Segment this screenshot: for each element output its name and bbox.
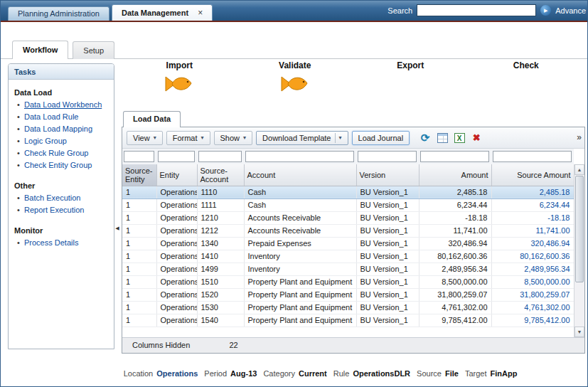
show-menu-button[interactable]: Show ▾ bbox=[214, 131, 253, 145]
cell[interactable]: Cash bbox=[244, 186, 356, 198]
cell[interactable]: -18.18 bbox=[419, 211, 491, 224]
cell[interactable]: -18.18 bbox=[491, 211, 574, 224]
cell[interactable]: 1410 bbox=[197, 250, 244, 263]
scrollbar-thumb[interactable] bbox=[575, 176, 584, 282]
cell[interactable]: BU Version_1 bbox=[356, 224, 419, 237]
cell[interactable]: Cash bbox=[244, 198, 356, 211]
cell[interactable]: 8,500,000.00 bbox=[419, 275, 491, 288]
tab-data-management[interactable]: Data Management × bbox=[112, 4, 213, 21]
cell[interactable]: Inventory bbox=[244, 263, 356, 275]
cell[interactable]: 320,486.94 bbox=[491, 237, 574, 250]
cell[interactable]: 1 bbox=[122, 301, 156, 314]
column-header[interactable]: Source Amount bbox=[491, 164, 574, 186]
cell[interactable]: Operations bbox=[156, 301, 197, 314]
tab-planning-administration[interactable]: Planning Administration bbox=[8, 6, 109, 21]
cell[interactable]: Property Plant and Equipment bbox=[244, 288, 356, 301]
cell[interactable]: 1 bbox=[122, 186, 156, 198]
cell[interactable]: Property Plant and Equipment bbox=[244, 314, 356, 327]
column-header[interactable]: Source-Account bbox=[197, 164, 244, 186]
cell[interactable]: Property Plant and Equipment bbox=[244, 275, 356, 288]
cell[interactable]: BU Version_1 bbox=[356, 237, 419, 250]
cell[interactable]: 1 bbox=[122, 237, 156, 250]
refresh-icon[interactable]: ⟳ bbox=[419, 132, 432, 144]
sidebar-item[interactable]: Data Load Mapping bbox=[24, 124, 109, 134]
cell[interactable]: BU Version_1 bbox=[356, 186, 419, 198]
table-row[interactable]: 1Operations1340Prepaid ExpensesBU Versio… bbox=[122, 237, 574, 250]
cell[interactable]: 1540 bbox=[197, 314, 244, 327]
collapse-pane-handle[interactable]: ◀ bbox=[114, 216, 120, 241]
filter-input[interactable] bbox=[493, 151, 572, 162]
cell[interactable]: Property Plant and Equipment bbox=[244, 301, 356, 314]
close-icon[interactable]: × bbox=[198, 8, 203, 18]
advanced-search-icon[interactable]: ▶ bbox=[540, 5, 551, 16]
cell[interactable]: 1 bbox=[122, 263, 156, 275]
sidebar-item[interactable]: Batch Execution bbox=[24, 194, 109, 203]
cell[interactable]: BU Version_1 bbox=[356, 314, 419, 327]
cell[interactable]: 2,485.18 bbox=[419, 186, 491, 198]
table-row[interactable]: 1Operations1212Accounts ReceivableBU Ver… bbox=[122, 224, 574, 237]
cell[interactable]: 1210 bbox=[197, 211, 244, 224]
table-row[interactable]: 1Operations1111CashBU Version_16,234.446… bbox=[122, 198, 574, 211]
cell[interactable]: 1340 bbox=[197, 237, 244, 250]
cell[interactable]: Accounts Receivable bbox=[244, 224, 356, 237]
cell[interactable]: 8,500,000.00 bbox=[491, 275, 574, 288]
import-excel-icon[interactable] bbox=[436, 132, 449, 144]
cell[interactable]: 80,162,600.36 bbox=[419, 250, 491, 263]
cell[interactable]: 80,162,600.36 bbox=[491, 250, 574, 263]
cell[interactable]: Operations bbox=[156, 250, 197, 263]
sidebar-item[interactable]: Data Load Workbench bbox=[24, 100, 109, 110]
cell[interactable]: Operations bbox=[156, 186, 197, 198]
cell[interactable]: 1530 bbox=[197, 301, 244, 314]
tab-setup[interactable]: Setup bbox=[73, 41, 114, 59]
cell[interactable]: 9,785,412.00 bbox=[491, 314, 574, 327]
cell[interactable]: 2,489,956.34 bbox=[419, 263, 491, 275]
cell[interactable]: 4,761,302.00 bbox=[419, 301, 491, 314]
sidebar-item[interactable]: Data Load Rule bbox=[24, 112, 109, 122]
step-validate[interactable]: Validate bbox=[237, 60, 353, 112]
cell[interactable]: BU Version_1 bbox=[356, 198, 419, 211]
cell[interactable]: 1 bbox=[122, 314, 156, 327]
table-row[interactable]: 1Operations1499InventoryBU Version_12,48… bbox=[122, 263, 574, 275]
column-header[interactable]: Version bbox=[356, 164, 419, 186]
cell[interactable]: BU Version_1 bbox=[356, 250, 419, 263]
filter-input[interactable] bbox=[158, 151, 195, 162]
cell[interactable]: Operations bbox=[156, 275, 197, 288]
cell[interactable]: BU Version_1 bbox=[356, 211, 419, 224]
cell[interactable]: 11,741.00 bbox=[491, 224, 574, 237]
export-excel-icon[interactable]: X bbox=[453, 132, 466, 144]
filter-input[interactable] bbox=[124, 151, 154, 162]
tab-load-data[interactable]: Load Data bbox=[123, 111, 181, 127]
delete-icon[interactable]: ✖ bbox=[470, 132, 483, 144]
toolbar-overflow-icon[interactable]: » bbox=[577, 132, 582, 142]
format-menu-button[interactable]: Format ▾ bbox=[166, 131, 210, 145]
cell[interactable]: 1499 bbox=[197, 263, 244, 275]
cell[interactable]: 1510 bbox=[197, 275, 244, 288]
cell[interactable]: Operations bbox=[156, 263, 197, 275]
cell[interactable]: 2,489,956.34 bbox=[491, 263, 574, 275]
column-header[interactable]: Source-Entity bbox=[122, 164, 156, 186]
filter-input[interactable] bbox=[245, 151, 354, 162]
cell[interactable]: Inventory bbox=[244, 250, 356, 263]
table-row[interactable]: 1Operations1510Property Plant and Equipm… bbox=[122, 275, 574, 288]
table-row[interactable]: 1Operations1520Property Plant and Equipm… bbox=[122, 288, 574, 301]
cell[interactable]: Operations bbox=[156, 224, 197, 237]
cell[interactable]: 1520 bbox=[197, 288, 244, 301]
load-journal-button[interactable]: Load Journal bbox=[352, 131, 410, 145]
step-export[interactable]: Export bbox=[353, 60, 469, 112]
table-row[interactable]: 1Operations1410InventoryBU Version_180,1… bbox=[122, 250, 574, 263]
column-header[interactable]: Account bbox=[244, 164, 356, 186]
cell[interactable]: 1 bbox=[122, 224, 156, 237]
view-menu-button[interactable]: View ▾ bbox=[127, 131, 163, 145]
cell[interactable]: 6,234.44 bbox=[419, 198, 491, 211]
cell[interactable]: 1212 bbox=[197, 224, 244, 237]
column-header[interactable]: Amount bbox=[419, 164, 491, 186]
cell[interactable]: Operations bbox=[156, 288, 197, 301]
cell[interactable]: 320,486.94 bbox=[419, 237, 491, 250]
cell[interactable]: Operations bbox=[156, 314, 197, 327]
scroll-down-icon[interactable]: ▼ bbox=[574, 327, 584, 337]
cell[interactable]: BU Version_1 bbox=[356, 275, 419, 288]
sidebar-item[interactable]: Check Entity Group bbox=[24, 161, 109, 170]
cell[interactable]: 9,785,412.00 bbox=[419, 314, 491, 327]
download-template-button[interactable]: Download Template ▾ bbox=[256, 131, 348, 145]
cell[interactable]: 1 bbox=[122, 198, 156, 211]
